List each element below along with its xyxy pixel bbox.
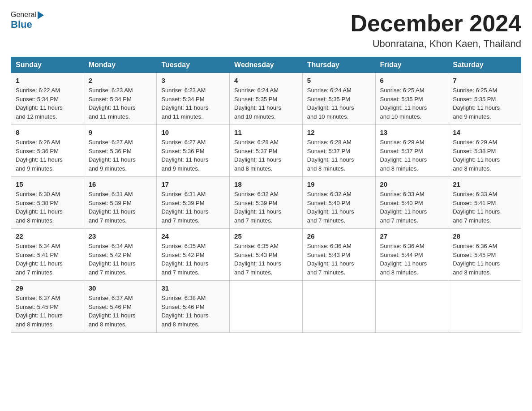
day-number: 23 bbox=[89, 232, 152, 240]
day-info: Sunrise: 6:26 AMSunset: 5:36 PMDaylight:… bbox=[16, 138, 79, 173]
logo: General Blue bbox=[11, 11, 44, 30]
table-row bbox=[448, 281, 521, 333]
location-text: Ubonratana, Khon Kaen, Thailand bbox=[350, 38, 521, 50]
table-row: 6 Sunrise: 6:25 AMSunset: 5:35 PMDayligh… bbox=[375, 73, 448, 125]
calendar-week-row: 1 Sunrise: 6:22 AMSunset: 5:34 PMDayligh… bbox=[11, 73, 521, 125]
logo-general-text: General bbox=[11, 11, 36, 19]
table-row: 9 Sunrise: 6:27 AMSunset: 5:36 PMDayligh… bbox=[84, 125, 157, 177]
day-info: Sunrise: 6:36 AMSunset: 5:45 PMDaylight:… bbox=[453, 242, 516, 277]
table-row bbox=[230, 281, 303, 333]
page-header: General Blue December 2024 Ubonratana, K… bbox=[11, 11, 521, 50]
day-info: Sunrise: 6:37 AMSunset: 5:45 PMDaylight:… bbox=[16, 294, 79, 329]
day-info: Sunrise: 6:30 AMSunset: 5:38 PMDaylight:… bbox=[16, 190, 79, 225]
day-number: 7 bbox=[453, 77, 516, 84]
table-row: 12 Sunrise: 6:28 AMSunset: 5:37 PMDaylig… bbox=[302, 125, 375, 177]
table-row bbox=[302, 281, 375, 333]
table-row: 3 Sunrise: 6:23 AMSunset: 5:34 PMDayligh… bbox=[157, 73, 230, 125]
day-number: 31 bbox=[161, 284, 225, 292]
col-wednesday: Wednesday bbox=[230, 57, 303, 73]
table-row: 19 Sunrise: 6:32 AMSunset: 5:40 PMDaylig… bbox=[302, 177, 375, 229]
table-row: 4 Sunrise: 6:24 AMSunset: 5:35 PMDayligh… bbox=[230, 73, 303, 125]
day-number: 11 bbox=[234, 128, 298, 136]
day-number: 2 bbox=[89, 77, 152, 84]
logo-arrow-icon bbox=[38, 11, 44, 19]
day-number: 28 bbox=[453, 232, 516, 240]
day-number: 12 bbox=[307, 128, 371, 136]
day-number: 4 bbox=[234, 77, 298, 84]
month-title: December 2024 bbox=[350, 11, 521, 36]
day-number: 29 bbox=[16, 284, 79, 292]
col-monday: Monday bbox=[84, 57, 157, 73]
day-number: 15 bbox=[16, 180, 79, 188]
day-number: 16 bbox=[89, 180, 152, 188]
day-number: 24 bbox=[161, 232, 225, 240]
day-info: Sunrise: 6:27 AMSunset: 5:36 PMDaylight:… bbox=[89, 138, 152, 173]
day-number: 20 bbox=[380, 180, 444, 188]
table-row: 21 Sunrise: 6:33 AMSunset: 5:41 PMDaylig… bbox=[448, 177, 521, 229]
day-number: 30 bbox=[89, 284, 152, 292]
table-row: 27 Sunrise: 6:36 AMSunset: 5:44 PMDaylig… bbox=[375, 229, 448, 281]
table-row bbox=[375, 281, 448, 333]
col-saturday: Saturday bbox=[448, 57, 521, 73]
table-row: 5 Sunrise: 6:24 AMSunset: 5:35 PMDayligh… bbox=[302, 73, 375, 125]
logo-blue-text: Blue bbox=[11, 19, 32, 30]
day-info: Sunrise: 6:27 AMSunset: 5:36 PMDaylight:… bbox=[161, 138, 225, 173]
day-info: Sunrise: 6:29 AMSunset: 5:37 PMDaylight:… bbox=[380, 138, 444, 173]
table-row: 14 Sunrise: 6:29 AMSunset: 5:38 PMDaylig… bbox=[448, 125, 521, 177]
day-info: Sunrise: 6:36 AMSunset: 5:44 PMDaylight:… bbox=[380, 242, 444, 277]
calendar-header-row: Sunday Monday Tuesday Wednesday Thursday… bbox=[11, 57, 521, 73]
day-number: 5 bbox=[307, 77, 371, 84]
day-info: Sunrise: 6:34 AMSunset: 5:42 PMDaylight:… bbox=[89, 242, 152, 277]
day-number: 18 bbox=[234, 180, 298, 188]
table-row: 29 Sunrise: 6:37 AMSunset: 5:45 PMDaylig… bbox=[11, 281, 84, 333]
title-section: December 2024 Ubonratana, Khon Kaen, Tha… bbox=[350, 11, 521, 50]
calendar-week-row: 22 Sunrise: 6:34 AMSunset: 5:41 PMDaylig… bbox=[11, 229, 521, 281]
day-number: 13 bbox=[380, 128, 444, 136]
table-row: 26 Sunrise: 6:36 AMSunset: 5:43 PMDaylig… bbox=[302, 229, 375, 281]
table-row: 13 Sunrise: 6:29 AMSunset: 5:37 PMDaylig… bbox=[375, 125, 448, 177]
day-info: Sunrise: 6:29 AMSunset: 5:38 PMDaylight:… bbox=[453, 138, 516, 173]
table-row: 28 Sunrise: 6:36 AMSunset: 5:45 PMDaylig… bbox=[448, 229, 521, 281]
day-info: Sunrise: 6:31 AMSunset: 5:39 PMDaylight:… bbox=[89, 190, 152, 225]
day-info: Sunrise: 6:25 AMSunset: 5:35 PMDaylight:… bbox=[453, 86, 516, 121]
table-row: 18 Sunrise: 6:32 AMSunset: 5:39 PMDaylig… bbox=[230, 177, 303, 229]
day-info: Sunrise: 6:24 AMSunset: 5:35 PMDaylight:… bbox=[307, 86, 371, 121]
table-row: 30 Sunrise: 6:37 AMSunset: 5:46 PMDaylig… bbox=[84, 281, 157, 333]
col-tuesday: Tuesday bbox=[157, 57, 230, 73]
table-row: 8 Sunrise: 6:26 AMSunset: 5:36 PMDayligh… bbox=[11, 125, 84, 177]
day-number: 3 bbox=[161, 77, 225, 84]
day-number: 8 bbox=[16, 128, 79, 136]
day-number: 25 bbox=[234, 232, 298, 240]
table-row: 2 Sunrise: 6:23 AMSunset: 5:34 PMDayligh… bbox=[84, 73, 157, 125]
day-info: Sunrise: 6:25 AMSunset: 5:35 PMDaylight:… bbox=[380, 86, 444, 121]
day-info: Sunrise: 6:35 AMSunset: 5:43 PMDaylight:… bbox=[234, 242, 298, 277]
calendar-week-row: 15 Sunrise: 6:30 AMSunset: 5:38 PMDaylig… bbox=[11, 177, 521, 229]
table-row: 10 Sunrise: 6:27 AMSunset: 5:36 PMDaylig… bbox=[157, 125, 230, 177]
day-number: 1 bbox=[16, 77, 79, 84]
day-number: 21 bbox=[453, 180, 516, 188]
table-row: 20 Sunrise: 6:33 AMSunset: 5:40 PMDaylig… bbox=[375, 177, 448, 229]
day-info: Sunrise: 6:24 AMSunset: 5:35 PMDaylight:… bbox=[234, 86, 298, 121]
calendar-table: Sunday Monday Tuesday Wednesday Thursday… bbox=[11, 57, 521, 333]
day-number: 10 bbox=[161, 128, 225, 136]
table-row: 1 Sunrise: 6:22 AMSunset: 5:34 PMDayligh… bbox=[11, 73, 84, 125]
day-info: Sunrise: 6:28 AMSunset: 5:37 PMDaylight:… bbox=[307, 138, 371, 173]
col-thursday: Thursday bbox=[302, 57, 375, 73]
day-info: Sunrise: 6:37 AMSunset: 5:46 PMDaylight:… bbox=[89, 294, 152, 329]
table-row: 15 Sunrise: 6:30 AMSunset: 5:38 PMDaylig… bbox=[11, 177, 84, 229]
day-info: Sunrise: 6:23 AMSunset: 5:34 PMDaylight:… bbox=[89, 86, 152, 121]
day-number: 6 bbox=[380, 77, 444, 84]
table-row: 23 Sunrise: 6:34 AMSunset: 5:42 PMDaylig… bbox=[84, 229, 157, 281]
table-row: 24 Sunrise: 6:35 AMSunset: 5:42 PMDaylig… bbox=[157, 229, 230, 281]
day-info: Sunrise: 6:33 AMSunset: 5:40 PMDaylight:… bbox=[380, 190, 444, 225]
table-row: 31 Sunrise: 6:38 AMSunset: 5:46 PMDaylig… bbox=[157, 281, 230, 333]
day-number: 26 bbox=[307, 232, 371, 240]
table-row: 17 Sunrise: 6:31 AMSunset: 5:39 PMDaylig… bbox=[157, 177, 230, 229]
day-info: Sunrise: 6:32 AMSunset: 5:40 PMDaylight:… bbox=[307, 190, 371, 225]
day-info: Sunrise: 6:38 AMSunset: 5:46 PMDaylight:… bbox=[161, 294, 225, 329]
table-row: 7 Sunrise: 6:25 AMSunset: 5:35 PMDayligh… bbox=[448, 73, 521, 125]
day-info: Sunrise: 6:23 AMSunset: 5:34 PMDaylight:… bbox=[161, 86, 225, 121]
day-number: 22 bbox=[16, 232, 79, 240]
day-number: 17 bbox=[161, 180, 225, 188]
col-sunday: Sunday bbox=[11, 57, 84, 73]
